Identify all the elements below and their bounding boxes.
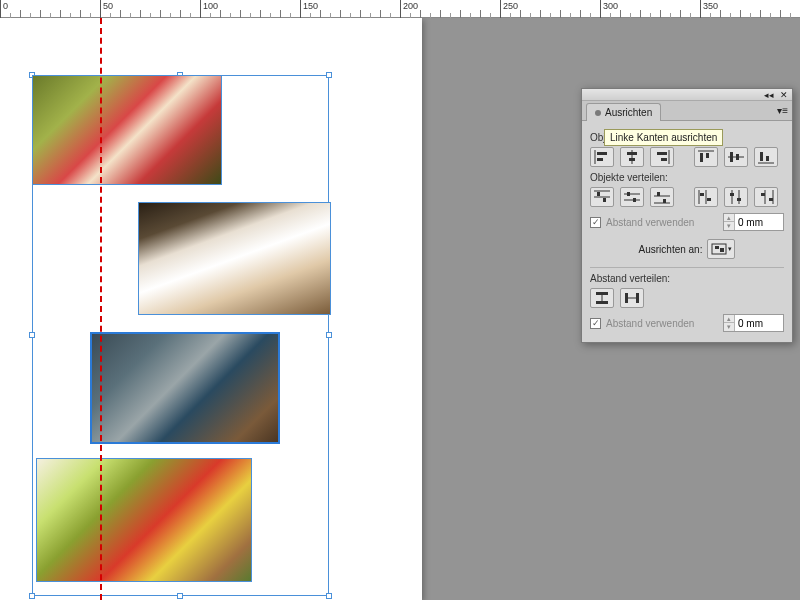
align-to-label: Ausrichten an: bbox=[639, 244, 703, 255]
align-bottom-button[interactable] bbox=[754, 147, 778, 167]
spin-up-icon[interactable]: ▴ bbox=[724, 315, 734, 323]
dist-left-button[interactable] bbox=[694, 187, 718, 207]
panel-tabs: Ausrichten ▾≡ bbox=[582, 101, 792, 121]
svg-rect-16 bbox=[760, 152, 763, 161]
svg-rect-40 bbox=[761, 193, 765, 196]
image-frame[interactable] bbox=[32, 75, 222, 185]
use-spacing-label: Abstand verwenden bbox=[606, 217, 694, 228]
resize-handle[interactable] bbox=[177, 593, 183, 599]
collapse-icon[interactable]: ◂◂ bbox=[764, 90, 774, 100]
align-left-button[interactable] bbox=[590, 147, 614, 167]
svg-rect-10 bbox=[700, 153, 703, 162]
svg-rect-8 bbox=[661, 158, 667, 161]
svg-rect-13 bbox=[730, 152, 733, 162]
svg-rect-32 bbox=[700, 193, 704, 196]
panel-titlebar[interactable]: ◂◂ ✕ bbox=[582, 89, 792, 101]
align-icons-row: Linke Kanten ausrichten bbox=[590, 147, 784, 167]
checkbox-use-spacing[interactable]: ✓ bbox=[590, 318, 601, 329]
dist-hcenter-button[interactable] bbox=[724, 187, 748, 207]
svg-rect-25 bbox=[633, 198, 636, 202]
checkbox-use-spacing[interactable]: ✓ bbox=[590, 217, 601, 228]
dist-right-button[interactable] bbox=[754, 187, 778, 207]
close-icon[interactable]: ✕ bbox=[780, 90, 788, 100]
align-right-button[interactable] bbox=[650, 147, 674, 167]
dist-top-button[interactable] bbox=[590, 187, 614, 207]
svg-rect-5 bbox=[629, 158, 635, 161]
panel-body: Objekte ausrichten: Linke Kanten ausrich… bbox=[582, 121, 792, 342]
document-page[interactable] bbox=[0, 18, 422, 600]
ruler-horizontal: 050100150200250300350400 bbox=[0, 0, 800, 18]
panel-menu-icon[interactable]: ▾≡ bbox=[777, 105, 788, 116]
spin-down-icon[interactable]: ▾ bbox=[724, 222, 734, 230]
section-distribute-objects: Objekte verteilen: bbox=[590, 172, 784, 183]
image-placeholder bbox=[92, 334, 278, 442]
spacing-input-2[interactable]: ▴▾ bbox=[723, 314, 784, 332]
svg-rect-48 bbox=[625, 293, 628, 303]
distribute-icons-row bbox=[590, 187, 784, 207]
svg-rect-29 bbox=[663, 199, 666, 203]
align-top-button[interactable] bbox=[694, 147, 718, 167]
svg-rect-4 bbox=[627, 152, 637, 155]
image-placeholder bbox=[37, 459, 251, 581]
svg-rect-43 bbox=[715, 246, 719, 249]
svg-rect-41 bbox=[769, 198, 773, 201]
svg-rect-45 bbox=[596, 292, 608, 295]
image-frame[interactable] bbox=[36, 458, 252, 582]
resize-handle[interactable] bbox=[326, 72, 332, 78]
divider bbox=[590, 267, 784, 268]
align-hcenter-button[interactable] bbox=[620, 147, 644, 167]
vertical-guide[interactable] bbox=[100, 18, 102, 600]
resize-handle[interactable] bbox=[29, 332, 35, 338]
svg-rect-44 bbox=[720, 248, 724, 252]
svg-rect-2 bbox=[597, 158, 603, 161]
resize-handle[interactable] bbox=[326, 593, 332, 599]
svg-rect-7 bbox=[657, 152, 667, 155]
image-placeholder bbox=[33, 76, 221, 184]
spin-up-icon[interactable]: ▴ bbox=[724, 214, 734, 222]
svg-rect-33 bbox=[707, 198, 711, 201]
svg-rect-20 bbox=[597, 192, 600, 196]
align-vcenter-button[interactable] bbox=[724, 147, 748, 167]
spacing-input-1[interactable]: ▴▾ bbox=[723, 213, 784, 231]
workspace: ◂◂ ✕ Ausrichten ▾≡ Objekte ausrichten: L… bbox=[0, 18, 800, 600]
use-spacing-row-1: ✓ Abstand verwenden ▴▾ bbox=[590, 213, 784, 231]
tab-align[interactable]: Ausrichten bbox=[586, 103, 661, 121]
spin-down-icon[interactable]: ▾ bbox=[724, 323, 734, 331]
align-to-row: Ausrichten an: ▾ bbox=[590, 239, 784, 259]
dropdown-icon: ▾ bbox=[728, 245, 732, 253]
space-h-button[interactable] bbox=[620, 288, 644, 308]
tab-indicator-icon bbox=[595, 110, 601, 116]
svg-rect-11 bbox=[706, 153, 709, 158]
space-v-button[interactable] bbox=[590, 288, 614, 308]
svg-rect-37 bbox=[737, 198, 741, 201]
resize-handle[interactable] bbox=[29, 593, 35, 599]
section-distribute-spacing: Abstand verteilen: bbox=[590, 273, 784, 284]
spacing-field[interactable] bbox=[735, 214, 783, 230]
spacing-field[interactable] bbox=[735, 315, 783, 331]
svg-rect-46 bbox=[596, 301, 608, 304]
svg-rect-17 bbox=[766, 156, 769, 161]
dist-bottom-button[interactable] bbox=[650, 187, 674, 207]
image-frame[interactable] bbox=[90, 332, 280, 444]
image-placeholder bbox=[139, 203, 330, 314]
tab-label: Ausrichten bbox=[605, 107, 652, 118]
tooltip: Linke Kanten ausrichten bbox=[604, 129, 723, 146]
svg-rect-14 bbox=[736, 154, 739, 160]
align-panel[interactable]: ◂◂ ✕ Ausrichten ▾≡ Objekte ausrichten: L… bbox=[581, 88, 793, 343]
dist-vcenter-button[interactable] bbox=[620, 187, 644, 207]
resize-handle[interactable] bbox=[326, 332, 332, 338]
spacing-icons-row bbox=[590, 288, 784, 308]
use-spacing-row-2: ✓ Abstand verwenden ▴▾ bbox=[590, 314, 784, 332]
image-frame[interactable] bbox=[138, 202, 331, 315]
svg-rect-24 bbox=[627, 192, 630, 196]
align-to-target-button[interactable]: ▾ bbox=[707, 239, 735, 259]
svg-rect-28 bbox=[657, 192, 660, 196]
svg-rect-1 bbox=[597, 152, 607, 155]
svg-rect-36 bbox=[730, 193, 734, 196]
svg-rect-21 bbox=[603, 198, 606, 202]
use-spacing-label: Abstand verwenden bbox=[606, 318, 694, 329]
svg-rect-49 bbox=[636, 293, 639, 303]
